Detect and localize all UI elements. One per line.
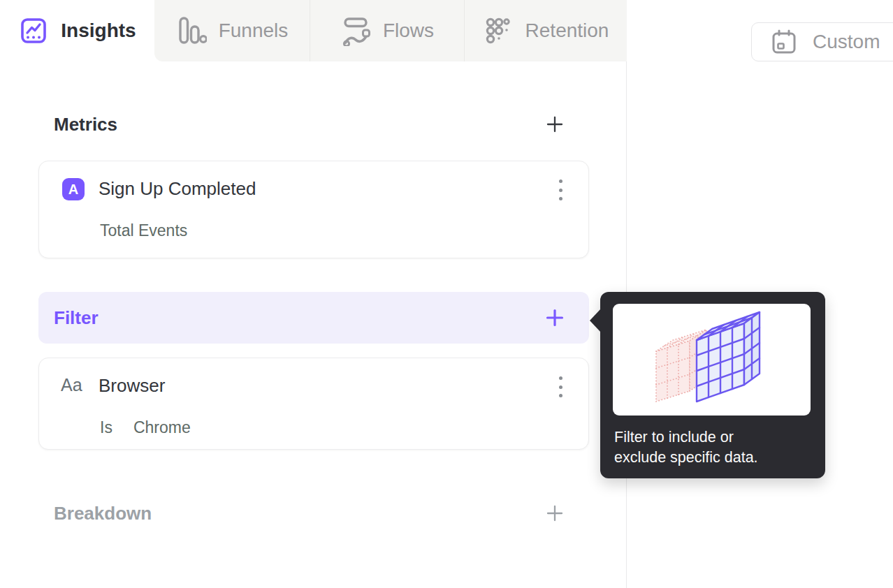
- report-tabbar: Insights Funnels: [0, 0, 627, 61]
- tab-insights[interactable]: Insights: [0, 0, 154, 61]
- add-breakdown-button[interactable]: [546, 504, 564, 522]
- flows-icon: [340, 15, 371, 46]
- insights-report-builder: Insights Funnels: [0, 0, 893, 588]
- metric-aggregation[interactable]: Total Events: [100, 221, 187, 240]
- filter-property-name: Browser: [99, 375, 165, 397]
- tab-retention-label: Retention: [525, 20, 609, 42]
- tooltip-arrow: [590, 309, 601, 332]
- query-builder-panel: Insights Funnels: [0, 0, 627, 588]
- add-metric-button[interactable]: [546, 115, 564, 133]
- metric-series-badge: A: [62, 178, 85, 200]
- metric-kebab-menu-icon[interactable]: [553, 178, 567, 202]
- tab-funnels[interactable]: Funnels: [154, 0, 310, 61]
- filter-operator: Is: [100, 418, 112, 437]
- breakdown-section-title: Breakdown: [54, 503, 152, 524]
- plus-icon: [546, 115, 564, 133]
- add-filter-button[interactable]: [546, 309, 564, 327]
- tab-flows-label: Flows: [383, 20, 434, 42]
- metric-event-name: Sign Up Completed: [99, 178, 256, 200]
- funnels-icon: [176, 15, 207, 46]
- tab-insights-label: Insights: [61, 20, 136, 42]
- filter-card[interactable]: Aa Browser Is Chrome: [38, 358, 589, 450]
- filter-kebab-menu-icon[interactable]: [553, 375, 567, 399]
- metrics-section-header: Metrics: [38, 112, 589, 137]
- custom-date-range-label: Custom: [813, 31, 880, 53]
- filter-value: Chrome: [133, 418, 191, 437]
- tab-funnels-label: Funnels: [219, 20, 289, 42]
- filter-cube-illustration: [613, 304, 811, 416]
- filter-section-title: Filter: [54, 307, 99, 329]
- custom-date-range-button[interactable]: Custom: [751, 22, 893, 61]
- filter-section-header: Filter: [38, 292, 589, 344]
- plus-icon: [546, 309, 564, 327]
- calendar-icon: [771, 28, 797, 56]
- metrics-section-title: Metrics: [54, 114, 117, 135]
- tab-flows[interactable]: Flows: [310, 0, 464, 61]
- retention-icon: [483, 15, 514, 46]
- tooltip-text: Filter to include or exclude specific da…: [614, 427, 817, 467]
- insights-icon: [18, 15, 49, 46]
- breakdown-section-header: Breakdown: [38, 501, 589, 526]
- tab-retention[interactable]: Retention: [464, 0, 627, 61]
- string-property-icon: Aa: [61, 375, 82, 395]
- metric-card[interactable]: A Sign Up Completed Total Events: [38, 161, 589, 258]
- filter-tooltip: Filter to include or exclude specific da…: [600, 292, 825, 478]
- filter-condition[interactable]: Is Chrome: [100, 418, 191, 437]
- plus-icon: [546, 504, 564, 522]
